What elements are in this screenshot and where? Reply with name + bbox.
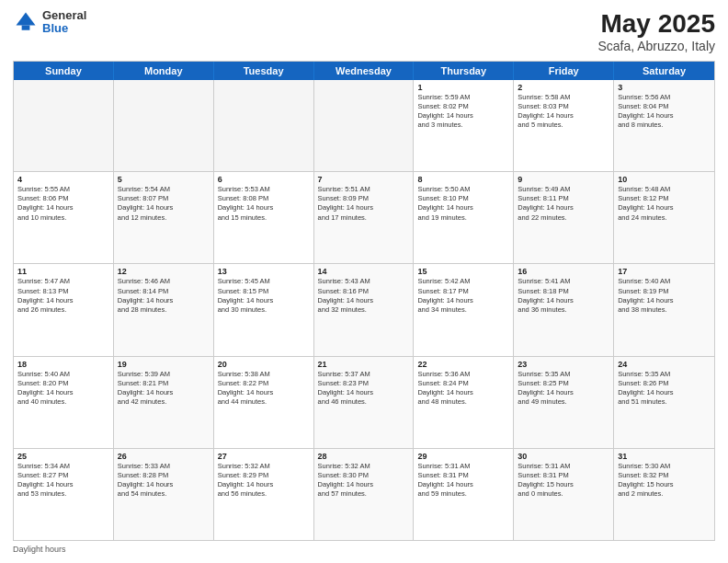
day-number: 19 [118, 360, 210, 369]
footer-note: Daylight hours [13, 545, 715, 554]
day-number: 15 [417, 267, 509, 276]
calendar-row: 11Sunrise: 5:47 AM Sunset: 8:13 PM Dayli… [14, 264, 714, 356]
calendar-cell: 5Sunrise: 5:54 AM Sunset: 8:07 PM Daylig… [114, 172, 214, 263]
day-number: 20 [218, 360, 310, 369]
calendar-cell: 7Sunrise: 5:51 AM Sunset: 8:09 PM Daylig… [314, 172, 415, 263]
day-number: 10 [618, 175, 711, 184]
cell-daylight-info: Sunrise: 5:46 AM Sunset: 8:14 PM Dayligh… [118, 277, 210, 315]
day-number: 21 [318, 360, 410, 369]
calendar-cell: 20Sunrise: 5:38 AM Sunset: 8:22 PM Dayli… [214, 357, 314, 448]
day-number: 22 [417, 360, 509, 369]
title-location: Scafa, Abruzzo, Italy [597, 39, 715, 53]
calendar-cell: 15Sunrise: 5:42 AM Sunset: 8:17 PM Dayli… [414, 264, 514, 355]
calendar-header-day: Sunday [14, 62, 114, 80]
logo-text: General Blue [42, 9, 86, 36]
day-number: 8 [417, 175, 509, 184]
calendar-body: 1Sunrise: 5:59 AM Sunset: 8:02 PM Daylig… [14, 80, 714, 540]
calendar-cell: 19Sunrise: 5:39 AM Sunset: 8:21 PM Dayli… [114, 357, 214, 448]
cell-daylight-info: Sunrise: 5:32 AM Sunset: 8:30 PM Dayligh… [318, 462, 410, 500]
calendar-cell [114, 80, 214, 171]
calendar-cell: 13Sunrise: 5:45 AM Sunset: 8:15 PM Dayli… [214, 264, 314, 355]
cell-daylight-info: Sunrise: 5:42 AM Sunset: 8:17 PM Dayligh… [417, 277, 509, 315]
cell-daylight-info: Sunrise: 5:39 AM Sunset: 8:21 PM Dayligh… [118, 370, 210, 408]
calendar-cell: 24Sunrise: 5:35 AM Sunset: 8:26 PM Dayli… [614, 357, 714, 448]
calendar: SundayMondayTuesdayWednesdayThursdayFrid… [13, 61, 715, 541]
cell-daylight-info: Sunrise: 5:47 AM Sunset: 8:13 PM Dayligh… [17, 277, 109, 315]
cell-daylight-info: Sunrise: 5:35 AM Sunset: 8:26 PM Dayligh… [618, 370, 711, 408]
cell-daylight-info: Sunrise: 5:34 AM Sunset: 8:27 PM Dayligh… [17, 462, 109, 500]
cell-daylight-info: Sunrise: 5:31 AM Sunset: 8:31 PM Dayligh… [518, 462, 609, 500]
cell-daylight-info: Sunrise: 5:41 AM Sunset: 8:18 PM Dayligh… [518, 277, 609, 315]
cell-daylight-info: Sunrise: 5:58 AM Sunset: 8:03 PM Dayligh… [518, 93, 609, 131]
calendar-cell: 21Sunrise: 5:37 AM Sunset: 8:23 PM Dayli… [314, 357, 415, 448]
svg-marker-0 [17, 13, 36, 26]
title-month: May 2025 [597, 9, 715, 39]
cell-daylight-info: Sunrise: 5:35 AM Sunset: 8:25 PM Dayligh… [518, 370, 609, 408]
calendar-cell: 28Sunrise: 5:32 AM Sunset: 8:30 PM Dayli… [314, 449, 415, 540]
footer-text: Daylight hours [13, 545, 66, 554]
cell-daylight-info: Sunrise: 5:38 AM Sunset: 8:22 PM Dayligh… [218, 370, 310, 408]
cell-daylight-info: Sunrise: 5:33 AM Sunset: 8:28 PM Dayligh… [118, 462, 210, 500]
title-block: May 2025 Scafa, Abruzzo, Italy [597, 9, 715, 53]
cell-daylight-info: Sunrise: 5:43 AM Sunset: 8:16 PM Dayligh… [318, 277, 410, 315]
cell-daylight-info: Sunrise: 5:40 AM Sunset: 8:20 PM Dayligh… [17, 370, 109, 408]
calendar-cell: 10Sunrise: 5:48 AM Sunset: 8:12 PM Dayli… [614, 172, 714, 263]
day-number: 3 [618, 83, 711, 92]
calendar-cell: 25Sunrise: 5:34 AM Sunset: 8:27 PM Dayli… [14, 449, 114, 540]
logo-general-text: General [42, 8, 86, 22]
day-number: 27 [218, 452, 310, 461]
calendar-cell: 2Sunrise: 5:58 AM Sunset: 8:03 PM Daylig… [514, 80, 614, 171]
cell-daylight-info: Sunrise: 5:51 AM Sunset: 8:09 PM Dayligh… [318, 185, 410, 223]
calendar-header-day: Wednesday [314, 62, 415, 80]
calendar-cell: 23Sunrise: 5:35 AM Sunset: 8:25 PM Dayli… [514, 357, 614, 448]
cell-daylight-info: Sunrise: 5:50 AM Sunset: 8:10 PM Dayligh… [417, 185, 509, 223]
day-number: 6 [218, 175, 310, 184]
calendar-cell: 9Sunrise: 5:49 AM Sunset: 8:11 PM Daylig… [514, 172, 614, 263]
cell-daylight-info: Sunrise: 5:54 AM Sunset: 8:07 PM Dayligh… [118, 185, 210, 223]
logo-icon [13, 9, 39, 35]
calendar-header-day: Saturday [614, 62, 714, 80]
day-number: 23 [518, 360, 609, 369]
calendar-cell: 18Sunrise: 5:40 AM Sunset: 8:20 PM Dayli… [14, 357, 114, 448]
day-number: 30 [518, 452, 609, 461]
calendar-header-day: Thursday [414, 62, 514, 80]
calendar-cell: 31Sunrise: 5:30 AM Sunset: 8:32 PM Dayli… [614, 449, 714, 540]
calendar-cell: 12Sunrise: 5:46 AM Sunset: 8:14 PM Dayli… [114, 264, 214, 355]
calendar-cell: 17Sunrise: 5:40 AM Sunset: 8:19 PM Dayli… [614, 264, 714, 355]
cell-daylight-info: Sunrise: 5:48 AM Sunset: 8:12 PM Dayligh… [618, 185, 711, 223]
header: General Blue May 2025 Scafa, Abruzzo, It… [13, 9, 715, 53]
cell-daylight-info: Sunrise: 5:49 AM Sunset: 8:11 PM Dayligh… [518, 185, 609, 223]
day-number: 12 [118, 267, 210, 276]
calendar-cell: 8Sunrise: 5:50 AM Sunset: 8:10 PM Daylig… [414, 172, 514, 263]
calendar-cell: 1Sunrise: 5:59 AM Sunset: 8:02 PM Daylig… [414, 80, 514, 171]
calendar-cell: 14Sunrise: 5:43 AM Sunset: 8:16 PM Dayli… [314, 264, 415, 355]
cell-daylight-info: Sunrise: 5:40 AM Sunset: 8:19 PM Dayligh… [618, 277, 711, 315]
calendar-cell [14, 80, 114, 171]
day-number: 9 [518, 175, 609, 184]
cell-daylight-info: Sunrise: 5:32 AM Sunset: 8:29 PM Dayligh… [218, 462, 310, 500]
cell-daylight-info: Sunrise: 5:37 AM Sunset: 8:23 PM Dayligh… [318, 370, 410, 408]
day-number: 1 [417, 83, 509, 92]
day-number: 7 [318, 175, 410, 184]
calendar-row: 25Sunrise: 5:34 AM Sunset: 8:27 PM Dayli… [14, 449, 714, 540]
calendar-header-day: Friday [514, 62, 614, 80]
day-number: 18 [17, 360, 109, 369]
day-number: 25 [17, 452, 109, 461]
calendar-cell: 30Sunrise: 5:31 AM Sunset: 8:31 PM Dayli… [514, 449, 614, 540]
calendar-header: SundayMondayTuesdayWednesdayThursdayFrid… [14, 62, 714, 80]
day-number: 31 [618, 452, 711, 461]
calendar-cell: 26Sunrise: 5:33 AM Sunset: 8:28 PM Dayli… [114, 449, 214, 540]
cell-daylight-info: Sunrise: 5:31 AM Sunset: 8:31 PM Dayligh… [417, 462, 509, 500]
logo-blue-text: Blue [42, 21, 68, 35]
day-number: 24 [618, 360, 711, 369]
day-number: 28 [318, 452, 410, 461]
day-number: 13 [218, 267, 310, 276]
cell-daylight-info: Sunrise: 5:30 AM Sunset: 8:32 PM Dayligh… [618, 462, 711, 500]
day-number: 14 [318, 267, 410, 276]
calendar-header-day: Monday [114, 62, 214, 80]
cell-daylight-info: Sunrise: 5:56 AM Sunset: 8:04 PM Dayligh… [618, 93, 711, 131]
svg-rect-1 [22, 26, 30, 30]
day-number: 16 [518, 267, 609, 276]
calendar-row: 4Sunrise: 5:55 AM Sunset: 8:06 PM Daylig… [14, 172, 714, 264]
day-number: 26 [118, 452, 210, 461]
